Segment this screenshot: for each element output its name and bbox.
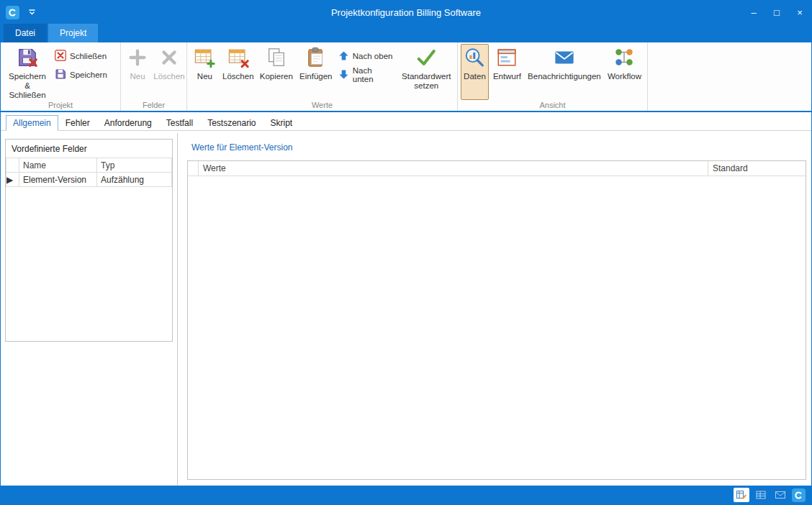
field-new-button: Neu <box>124 44 151 100</box>
move-up-button[interactable]: Nach oben <box>335 49 398 63</box>
x-icon <box>158 47 180 70</box>
workflow-icon <box>613 47 635 70</box>
column-header-name[interactable]: Name <box>19 158 97 173</box>
paste-button[interactable]: Einfügen <box>297 44 335 100</box>
tab-testszenario[interactable]: Testszenario <box>200 115 263 131</box>
window-controls: – □ × <box>742 1 811 24</box>
save-and-close-label: Speichern & Schließen <box>6 72 48 100</box>
save-close-icon <box>17 47 38 70</box>
design-icon <box>496 47 518 70</box>
maximize-button[interactable]: □ <box>765 1 788 24</box>
ribbon-tab-datei[interactable]: Datei <box>4 24 47 42</box>
tab-fehler[interactable]: Fehler <box>58 115 97 131</box>
group-caption-werte: Werte <box>187 101 457 109</box>
app-window: Projektkonfiguration Billing Software – … <box>0 0 812 505</box>
ribbon-tab-row: Datei Projekt <box>1 24 811 42</box>
ribbon-tab-projekt[interactable]: Projekt <box>48 24 98 42</box>
view-data-button[interactable]: Daten <box>461 44 489 100</box>
tab-allgemein[interactable]: Allgemein <box>6 115 58 131</box>
value-new-button[interactable]: Neu <box>190 44 220 100</box>
check-icon <box>415 47 437 70</box>
status-app-logo-icon[interactable] <box>792 488 806 502</box>
column-header-typ[interactable]: Typ <box>97 158 172 173</box>
table-header-row: Name Typ <box>6 158 172 173</box>
field-delete-button: Löschen <box>153 44 186 100</box>
paste-label: Einfügen <box>299 72 332 81</box>
save-label: Speichern <box>70 70 107 79</box>
value-delete-button[interactable]: Löschen <box>221 44 256 100</box>
view-workflow-button[interactable]: Workflow <box>605 44 644 100</box>
ribbon-group-felder: Neu Löschen Felder <box>121 42 187 111</box>
window-title: Projektkonfiguration Billing Software <box>1 7 811 18</box>
group-caption-projekt: Projekt <box>1 101 120 109</box>
data-magnifier-icon <box>464 47 485 70</box>
status-grid-icon[interactable] <box>753 488 769 502</box>
plus-icon <box>127 47 148 70</box>
field-delete-label: Löschen <box>153 72 184 81</box>
close-button[interactable]: × <box>788 1 811 24</box>
quick-access-chevron-icon[interactable] <box>28 9 36 16</box>
values-panel: Werte für Element-Version Werte Standard <box>187 133 806 480</box>
status-mail-icon[interactable] <box>772 488 788 502</box>
value-delete-label: Löschen <box>222 72 253 81</box>
move-down-label: Nach unten <box>353 66 393 83</box>
values-table: Werte Standard <box>187 160 806 480</box>
predefined-fields-panel: Vordefinierte Felder Name Typ ▶ Element-… <box>5 139 173 342</box>
header-indicator-cell <box>6 158 19 173</box>
app-logo-icon <box>6 6 19 19</box>
arrow-down-icon <box>338 69 349 81</box>
view-notifications-button[interactable]: Benachrichtigungen <box>525 44 603 100</box>
minimize-button[interactable]: – <box>742 1 765 24</box>
group-caption-ansicht: Ansicht <box>458 101 647 109</box>
cell-field-type[interactable]: Aufzählung <box>97 173 172 187</box>
save-button[interactable]: Speichern <box>52 68 112 82</box>
header-indicator-cell <box>188 161 199 176</box>
table-delete-icon <box>227 47 249 70</box>
panel-splitter[interactable] <box>177 133 178 486</box>
copy-icon <box>266 47 287 70</box>
content-area: Vordefinierte Felder Name Typ ▶ Element-… <box>1 133 811 486</box>
predefined-fields-title: Vordefinierte Felder <box>6 140 172 158</box>
move-up-label: Nach oben <box>353 52 393 60</box>
column-header-werte[interactable]: Werte <box>199 161 708 176</box>
view-data-label: Daten <box>464 72 486 81</box>
close-project-icon <box>55 50 66 63</box>
tab-anforderung[interactable]: Anforderung <box>97 115 159 131</box>
save-and-close-button[interactable]: Speichern & Schließen <box>4 44 51 100</box>
set-default-label: Standardwert setzen <box>402 72 451 91</box>
value-new-label: Neu <box>197 72 212 81</box>
tab-testfall[interactable]: Testfall <box>159 115 200 131</box>
group-caption-felder: Felder <box>121 101 186 109</box>
view-design-button[interactable]: Entwurf <box>490 44 524 100</box>
status-data-view-icon[interactable] <box>734 488 749 502</box>
cell-field-name[interactable]: Element-Version <box>19 173 97 187</box>
view-workflow-label: Workflow <box>608 72 641 81</box>
row-indicator-icon: ▶ <box>6 173 19 187</box>
copy-button[interactable]: Kopieren <box>257 44 296 100</box>
values-table-body[interactable] <box>188 176 806 494</box>
field-new-label: Neu <box>130 72 145 81</box>
copy-label: Kopieren <box>260 72 293 81</box>
predefined-fields-table: Name Typ ▶ Element-Version Aufzählung <box>6 158 172 187</box>
column-header-standard[interactable]: Standard <box>708 161 806 176</box>
save-icon <box>55 68 66 81</box>
arrow-up-icon <box>338 50 349 63</box>
ribbon-spacer <box>648 42 811 111</box>
close-project-label: Schließen <box>70 52 107 60</box>
status-bar <box>1 486 811 504</box>
tab-skript[interactable]: Skript <box>263 115 300 131</box>
paste-icon <box>305 47 327 70</box>
document-tab-strip: Allgemein Fehler Anforderung Testfall Te… <box>1 112 811 131</box>
move-down-button[interactable]: Nach unten <box>335 68 398 82</box>
ribbon-group-projekt: Speichern & Schließen Schließen <box>1 42 121 111</box>
set-default-button[interactable]: Standardwert setzen <box>399 44 454 100</box>
ribbon: Speichern & Schließen Schließen <box>1 42 811 112</box>
view-notifications-label: Benachrichtigungen <box>528 72 601 81</box>
ribbon-group-werte: Neu Löschen <box>187 42 458 111</box>
close-project-button[interactable]: Schließen <box>52 49 112 63</box>
table-row[interactable]: ▶ Element-Version Aufzählung <box>6 173 172 187</box>
ribbon-group-ansicht: Daten Entwurf <box>458 42 648 111</box>
values-table-header: Werte Standard <box>188 161 806 176</box>
values-panel-title: Werte für Element-Version <box>187 133 806 157</box>
table-add-icon <box>194 47 215 70</box>
